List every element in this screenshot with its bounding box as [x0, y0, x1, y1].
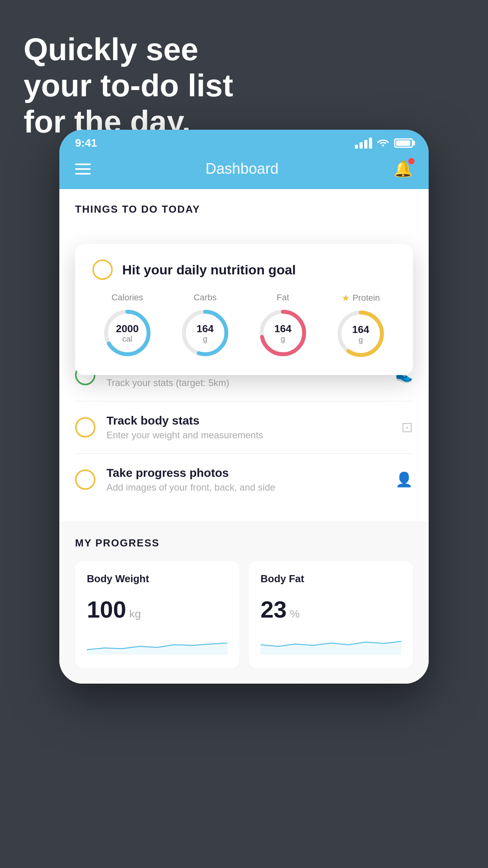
headline: Quickly see your to-do list for the day. [24, 31, 233, 140]
calories-unit: cal [116, 334, 139, 343]
body-weight-card: Body Weight 100 kg [75, 561, 239, 668]
nutrition-card: Hit your daily nutrition goal Calories 2… [75, 244, 413, 375]
todo-sub-body-stats: Enter your weight and measurements [106, 430, 390, 441]
fat-value: 164 [274, 323, 291, 335]
body-fat-card-title: Body Fat [261, 573, 401, 585]
card-check-circle [92, 259, 113, 280]
body-weight-number: 100 [87, 596, 126, 623]
body-weight-sparkline [87, 635, 227, 655]
carbs-donut: 164 g [180, 307, 231, 359]
todo-item-body-stats[interactable]: Track body stats Enter your weight and m… [75, 401, 413, 454]
nutrition-carbs: Carbs 164 g [170, 292, 240, 359]
body-fat-number: 23 [261, 596, 287, 623]
wifi-icon [377, 137, 389, 149]
todo-sub-progress-photos: Add images of your front, back, and side [106, 482, 384, 493]
todo-item-progress-photos[interactable]: Take progress photos Add images of your … [75, 454, 413, 506]
body-weight-unit: kg [129, 608, 141, 620]
svg-point-0 [382, 144, 384, 146]
nutrition-protein: ★ Protein 164 g [326, 292, 396, 359]
todo-text-progress-photos: Take progress photos Add images of your … [106, 466, 384, 493]
body-fat-unit: % [290, 608, 300, 620]
protein-unit: g [352, 335, 369, 344]
card-title: Hit your daily nutrition goal [122, 262, 296, 278]
carbs-unit: g [196, 334, 213, 343]
body-weight-value: 100 kg [87, 596, 227, 623]
protein-center: 164 g [352, 324, 369, 344]
todo-main-body-stats: Track body stats [106, 414, 390, 427]
protein-value: 164 [352, 324, 369, 335]
fat-unit: g [274, 334, 291, 343]
headline-line2: your to-do list [24, 68, 233, 103]
notification-dot [408, 158, 415, 164]
nutrition-calories: Calories 2000 cal [92, 292, 162, 359]
body-weight-card-title: Body Weight [87, 573, 227, 585]
fat-center: 164 g [274, 323, 291, 343]
todo-main-progress-photos: Take progress photos [106, 466, 384, 480]
status-bar: 9:41 [59, 130, 429, 153]
progress-section: MY PROGRESS Body Weight 100 kg Body Fat [59, 521, 429, 684]
star-icon: ★ [341, 292, 350, 303]
progress-cards: Body Weight 100 kg Body Fat 23 % [75, 561, 413, 668]
things-to-do-title: THINGS TO DO TODAY [59, 189, 429, 223]
nutrition-grid: Calories 2000 cal Carbs [92, 292, 396, 359]
calories-center: 2000 cal [116, 323, 139, 343]
todo-circle-body-stats [75, 417, 95, 438]
hamburger-menu[interactable] [75, 164, 91, 175]
fat-label: Fat [277, 292, 289, 303]
top-nav: Dashboard 🔔 [59, 153, 429, 189]
protein-label: ★ Protein [341, 292, 380, 303]
protein-donut: 164 g [335, 308, 386, 359]
nav-title: Dashboard [205, 160, 279, 177]
calories-value: 2000 [116, 323, 139, 335]
nutrition-fat: Fat 164 g [248, 292, 318, 359]
carbs-label: Carbs [194, 292, 217, 303]
body-fat-sparkline [261, 635, 401, 655]
body-fat-value: 23 % [261, 596, 401, 623]
calories-donut: 2000 cal [102, 307, 153, 359]
status-icons [355, 137, 413, 149]
phone-frame: 9:41 Da [59, 130, 429, 684]
card-header: Hit your daily nutrition goal [92, 259, 396, 280]
headline-line1: Quickly see [24, 32, 198, 67]
carbs-center: 164 g [196, 323, 213, 343]
fat-donut: 164 g [257, 307, 308, 359]
body-fat-card: Body Fat 23 % [249, 561, 413, 668]
photo-icon: 👤 [395, 471, 413, 488]
battery-icon [394, 138, 413, 148]
progress-title: MY PROGRESS [75, 537, 413, 549]
notification-bell-icon[interactable]: 🔔 [393, 160, 413, 178]
carbs-value: 164 [196, 323, 213, 335]
signal-bars-icon [355, 138, 372, 149]
calories-label: Calories [112, 292, 143, 303]
time: 9:41 [75, 137, 97, 149]
scale-icon: ⊡ [401, 419, 413, 436]
todo-circle-progress-photos [75, 469, 95, 490]
todo-sub-running: Track your stats (target: 5km) [106, 377, 384, 388]
todo-text-body-stats: Track body stats Enter your weight and m… [106, 414, 390, 441]
